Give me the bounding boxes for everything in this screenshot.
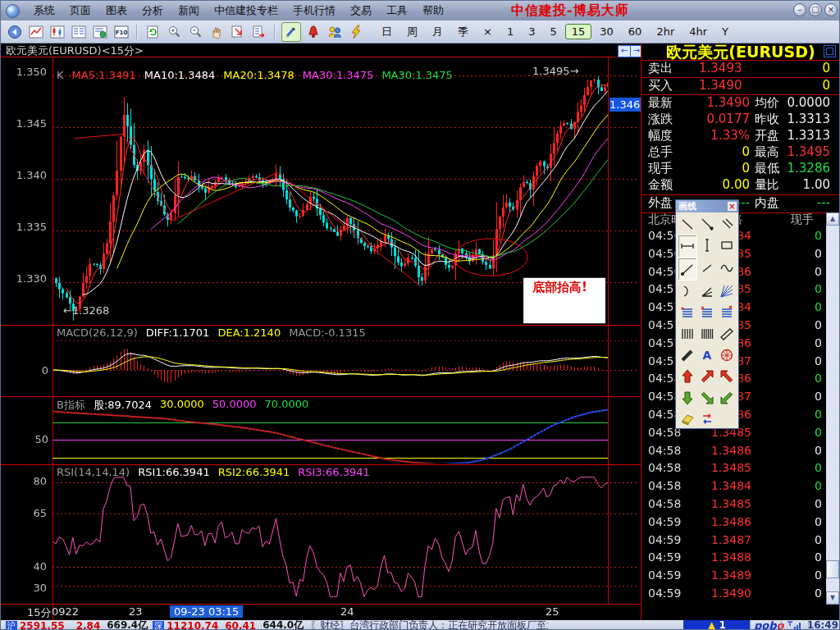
scrollbar[interactable]: ▲ ▼ [826,212,839,605]
menu-item[interactable]: 系统 [26,2,62,20]
legend-item: MA30:1.3475 [303,69,374,81]
annotation-note[interactable]: 底部抬高! [532,280,587,295]
lightning[interactable] [347,23,365,41]
panel-maximize-button[interactable] [824,45,836,57]
menu-item[interactable]: 图表 [98,2,135,20]
scroll-up-icon[interactable]: ▲ [826,212,839,226]
menu-item[interactable]: 新闻 [171,2,207,20]
gann-grid-2[interactable] [697,302,717,323]
channel[interactable] [717,323,737,345]
back[interactable] [6,23,24,41]
line-chart[interactable] [27,23,45,41]
close-button[interactable]: × [824,3,838,16]
draw-palette[interactable]: 画线 × A [675,199,739,429]
tick-row[interactable]: 04:58 1.3485 0 [641,461,829,479]
page-down[interactable] [229,23,247,41]
arrow-up-red[interactable] [678,366,697,387]
scrollbar-track[interactable] [826,226,839,591]
horizontal-line[interactable] [678,235,697,258]
legend-item: 50.0000 [212,398,257,413]
refresh[interactable] [144,23,162,41]
zoom-out[interactable] [186,23,204,41]
arrow-downright-green[interactable] [697,387,717,409]
maximize-button[interactable]: □ [809,3,822,16]
period-button[interactable]: 30 [593,24,620,39]
field-label: 金额 [648,177,673,193]
period-button[interactable]: 15 [565,24,592,39]
tick-row[interactable]: 04:59 1.3486 0 [641,515,829,533]
app-logo-icon[interactable] [6,4,20,18]
regression-channel[interactable] [678,345,697,366]
period-button[interactable]: 月 [426,23,450,41]
gann-grid-3[interactable] [717,302,737,323]
vert-grid-1[interactable] [678,323,697,345]
zoom-in[interactable] [165,23,183,41]
tick-row[interactable]: 04:59 1.3487 0 [641,533,829,551]
news-ticker[interactable]: 〖财经〗台湾行政部门负责人：正在研究开放面板厂至大陆参股及并购... [310,619,548,630]
parallel-lines[interactable] [717,213,737,235]
arrow-upright-red[interactable] [697,366,717,387]
menu-item[interactable]: 交易 [343,2,379,20]
period-button[interactable]: 1 [500,24,520,39]
period-button[interactable]: 60 [622,24,649,39]
period-button[interactable]: Y [715,24,735,39]
menu-item[interactable]: 手机行情 [285,2,343,20]
wave[interactable] [717,258,737,279]
period-button[interactable]: 季 [451,23,475,41]
menu-item[interactable]: 中信建投专栏 [207,2,285,20]
gann-fan[interactable] [717,281,737,302]
quote-list[interactable] [70,23,88,41]
report[interactable] [91,23,109,41]
line-down-dot[interactable] [697,213,717,235]
kline[interactable] [48,23,66,41]
menu-item[interactable]: 帮助 [415,2,451,20]
angle-fan[interactable] [697,281,717,302]
arc[interactable] [678,281,697,302]
period-button[interactable]: 5 [543,24,563,39]
palette-close-icon[interactable]: × [727,201,737,212]
line-mid[interactable] [697,258,717,279]
tick-row[interactable]: 04:58 1.3485 0 [641,497,829,515]
period-button[interactable]: × [477,24,499,39]
vert-grid-2[interactable] [697,323,717,345]
tick-row[interactable]: 04:58 1.3484 0 [641,479,829,497]
alarm-bell[interactable] [304,23,322,41]
users[interactable] [326,23,344,41]
draw-pen[interactable] [281,22,301,42]
palette-title-bar[interactable]: 画线 × [676,200,738,212]
blank[interactable] [717,409,737,430]
page-prev-button[interactable]: ← [618,45,631,57]
hand[interactable] [208,23,226,41]
menu-item[interactable]: 页面 [62,2,98,20]
page-next[interactable] [250,23,268,41]
menu-item[interactable]: 工具 [379,2,415,20]
period-button[interactable]: 周 [400,23,424,41]
arrow-downleft-green[interactable] [717,387,737,409]
line-up[interactable] [678,258,697,281]
gann-grid-1[interactable] [678,302,697,323]
minimize-button[interactable]: – [793,3,806,16]
menu-item[interactable]: 分析 [135,2,171,20]
tick-row[interactable]: 04:59 1.3489 0 [641,568,829,587]
text-tool[interactable]: A [697,345,717,366]
eraser[interactable] [678,409,697,430]
tick-row[interactable]: 04:58 1.3486 0 [641,444,829,462]
transfer-arrows[interactable] [697,409,717,430]
rectangle[interactable] [717,235,737,256]
tick-row[interactable]: 04:59 1.3490 0 [641,587,829,605]
x-axis-tick: 25 [546,605,559,618]
period-button[interactable]: 4hr [682,24,714,39]
alert-indicator[interactable]: ▲ 1 [683,620,751,630]
scroll-down-icon[interactable]: ▼ [826,591,839,605]
cycle-circle[interactable] [717,345,737,366]
scrollbar-thumb[interactable] [826,560,839,578]
period-button[interactable]: 日 [375,23,399,41]
line-down[interactable] [678,213,697,235]
f10[interactable]: F10 [112,23,130,41]
period-button[interactable]: 3 [522,24,541,39]
tick-row[interactable]: 04:59 1.3488 0 [641,550,829,568]
vertical-line[interactable] [697,235,717,256]
period-button[interactable]: 2hr [650,24,681,39]
arrow-upleft-red[interactable] [717,366,737,387]
arrow-down-green[interactable] [678,387,697,409]
